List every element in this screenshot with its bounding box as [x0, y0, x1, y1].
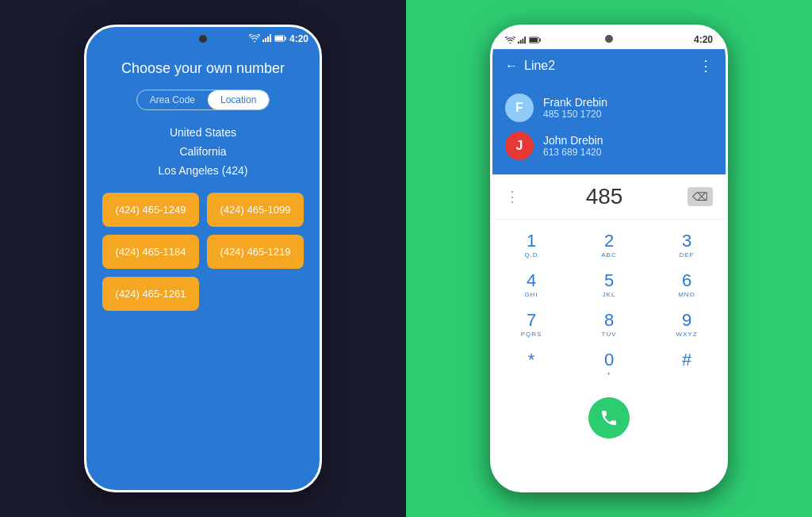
back-button[interactable]: ← [505, 59, 518, 73]
contact-info-0: Frank Drebin 485 150 1720 [543, 96, 713, 120]
contact-avatar-0: F [505, 94, 534, 122]
dial-key-#[interactable]: # [648, 345, 726, 385]
number-btn-3[interactable]: (424) 465-1219 [207, 235, 304, 269]
svg-rect-3 [270, 34, 271, 42]
svg-rect-7 [520, 40, 522, 44]
dialer-number: 485 [521, 184, 688, 209]
dial-key-3[interactable]: 3DEF [648, 226, 726, 266]
dial-digit-8: 8 [604, 312, 614, 329]
contact-number-1: 613 689 1420 [543, 147, 713, 158]
status-time-right: 4:20 [694, 34, 713, 45]
dial-key-9[interactable]: 9WXYZ [648, 305, 726, 345]
phone-right: 4:20 ← Line2 ⋮ F Frank Drebin 485 150 17… [490, 25, 728, 492]
contact-name-0: Frank Drebin [543, 96, 713, 109]
dial-key-*[interactable]: * [492, 345, 570, 385]
dial-letters-5: JKL [603, 291, 616, 299]
svg-rect-1 [265, 38, 266, 42]
dial-letters-2: ABC [601, 251, 616, 259]
battery-icon-right [529, 33, 542, 47]
svg-rect-5 [275, 36, 283, 40]
more-button[interactable]: ⋮ [699, 57, 713, 75]
dial-digit-*: * [528, 351, 535, 369]
choose-title: Choose your own number [121, 60, 285, 77]
dial-letters-7: PQRS [521, 331, 542, 339]
phone-left: 4:20 Choose your own number Area Code Lo… [84, 25, 322, 492]
dial-key-5[interactable]: 5JKL [570, 266, 648, 305]
dial-letters-9: WXYZ [676, 331, 697, 339]
number-btn-1[interactable]: (424) 465-1099 [207, 193, 304, 227]
contacts-section: F Frank Drebin 485 150 1720 J John Drebi… [492, 82, 726, 174]
dial-digit-4: 4 [527, 272, 536, 289]
dial-key-2[interactable]: 2ABC [570, 226, 648, 266]
call-button-row [492, 391, 726, 451]
dial-digit-6: 6 [682, 272, 691, 289]
svg-rect-0 [262, 40, 264, 42]
toggle-area-code[interactable]: Area Code [137, 90, 208, 109]
dial-key-0[interactable]: 0+ [570, 345, 648, 385]
camera-notch-right [605, 35, 613, 43]
number-btn-0[interactable]: (424) 465-1249 [102, 193, 199, 227]
dial-digit-7: 7 [527, 312, 536, 329]
svg-rect-8 [523, 39, 524, 44]
location-country: United States [102, 126, 304, 139]
dial-letters-0: + [607, 370, 611, 378]
contact-item-1[interactable]: J John Drebin 613 689 1420 [505, 127, 713, 165]
toggle-bar: Area Code Location [136, 90, 270, 110]
toggle-location[interactable]: Location [208, 90, 269, 109]
dial-letters-8: TUV [602, 331, 617, 339]
signal-icon [262, 34, 272, 44]
status-time-left: 4:20 [289, 33, 308, 44]
app-header: ← Line2 ⋮ [492, 49, 726, 82]
dial-key-4[interactable]: 4GHI [492, 266, 570, 305]
dial-letters-4: GHI [524, 291, 538, 299]
contact-info-1: John Drebin 613 689 1420 [543, 134, 713, 158]
dialpad: 1Q,D2ABC3DEF4GHI5JKL6MNO7PQRS8TUV9WXYZ*0… [492, 220, 726, 391]
contact-number-0: 485 150 1720 [543, 109, 713, 120]
dial-key-8[interactable]: 8TUV [570, 305, 648, 345]
svg-rect-6 [518, 41, 519, 44]
status-icons-left: 4:20 [249, 33, 308, 44]
camera-notch-left [199, 35, 207, 43]
svg-rect-2 [267, 36, 269, 42]
dialer-delete-button[interactable]: ⌫ [688, 187, 713, 206]
svg-rect-11 [530, 38, 538, 42]
dialer-section: ⋮ 485 ⌫ 1Q,D2ABC3DEF4GHI5JKL6MNO7PQRS8TU… [492, 174, 726, 451]
number-buttons-grid: (424) 465-1249 (424) 465-1099 (424) 465-… [102, 193, 304, 311]
svg-rect-9 [524, 36, 526, 44]
battery-icon [274, 35, 287, 44]
dial-key-7[interactable]: 7PQRS [492, 305, 570, 345]
dial-digit-5: 5 [604, 272, 614, 289]
dial-digit-2: 2 [604, 232, 614, 250]
status-icons-right [505, 33, 542, 47]
signal-icon-right [518, 33, 527, 47]
dial-digit-#: # [682, 351, 691, 369]
dial-digit-3: 3 [682, 232, 691, 250]
wifi-icon-right [505, 33, 515, 47]
dial-digit-1: 1 [527, 232, 536, 250]
dialer-display: ⋮ 485 ⌫ [492, 174, 726, 220]
contact-item-0[interactable]: F Frank Drebin 485 150 1720 [505, 89, 713, 127]
dial-key-6[interactable]: 6MNO [648, 266, 726, 305]
contact-name-1: John Drebin [543, 134, 713, 147]
dial-key-1[interactable]: 1Q,D [492, 226, 570, 266]
dial-letters-6: MNO [678, 291, 695, 299]
dial-letters-3: DEF [680, 251, 695, 259]
app-title: Line2 [524, 59, 699, 73]
dial-letters-1: Q,D [524, 251, 538, 259]
location-state: California [102, 145, 304, 158]
call-button[interactable] [588, 397, 630, 438]
dial-digit-0: 0 [604, 351, 614, 369]
wifi-icon [249, 34, 260, 44]
dialer-more-icon[interactable]: ⋮ [505, 188, 521, 205]
contact-avatar-1: J [505, 132, 534, 160]
dial-digit-9: 9 [682, 312, 691, 329]
location-city: Los Angeles (424) [102, 164, 304, 177]
left-panel: 4:20 Choose your own number Area Code Lo… [0, 0, 406, 517]
right-panel: 4:20 ← Line2 ⋮ F Frank Drebin 485 150 17… [406, 0, 812, 517]
number-btn-2[interactable]: (424) 465-1184 [102, 235, 199, 269]
phone-left-content: Choose your own number Area Code Locatio… [86, 44, 320, 319]
number-btn-4[interactable]: (424) 465-1261 [102, 277, 199, 311]
